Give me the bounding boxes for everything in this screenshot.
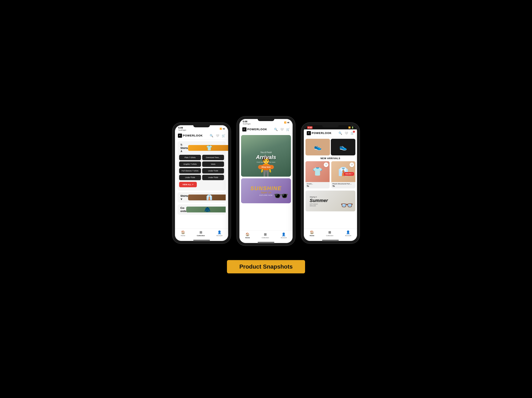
header-icons-1: 🔍 🤍 🛒 [210, 134, 225, 137]
under-999-btn[interactable]: Under ₹999 [202, 175, 224, 180]
view-all-container: VIEW ALL ↗ [179, 180, 224, 187]
summer-card-line2: Summer [310, 198, 328, 203]
full-sleeves-btn[interactable]: Full Sleeves T-shirts [179, 168, 201, 174]
shop-now-btn[interactable]: Shop Now [258, 165, 274, 169]
product-grid: 👕 🤍 Croch... ₹0 👔 [305, 161, 355, 189]
status-bar-left-2: 5:08 TestFlight [243, 120, 251, 125]
summer-card-cta: shop now [310, 204, 328, 206]
app-header-1: P POWERLOOK 🔍 🤍 🛒 [175, 132, 228, 140]
brand-name-3: POWERLOOK [312, 131, 332, 135]
banner-subtitle: Cool new pair in the town [241, 161, 291, 163]
wishlist-btn-2[interactable]: 🤍 [349, 163, 354, 167]
summer-card: Slaying in Summer ss24 season shop now 👓 [305, 191, 355, 211]
arrivals-content: 👟 👟 NEW ARRIVALS 👕 [304, 137, 357, 228]
home-indicator-3 [322, 240, 339, 241]
vests-btn[interactable]: Vests [202, 162, 224, 167]
brand-logo-1: P POWERLOOK [178, 134, 203, 138]
shoe-item-2: 👟 [331, 139, 355, 155]
phones-container: 5:09 TestFlight 📶 42 P POWERLOOK 🔍 🤍 🛒 [172, 121, 360, 246]
heart-icon-2[interactable]: 🤍 [280, 128, 284, 131]
phone-2: 5:08 TestFlight 📶 48 P POWERLOOK 🔍 🤍 🛒 [237, 117, 295, 246]
under-499-btn[interactable]: Under ₹499 [202, 168, 224, 174]
view-all-red-btn[interactable]: View All ↗ [344, 172, 354, 176]
product-figure-1: 👕 [312, 167, 323, 176]
shirts-title: Shirts ∨ [180, 194, 188, 201]
product-name-1: Croch... [307, 183, 328, 185]
shoe-emoji-1: 👟 [314, 143, 322, 151]
wifi-1: 📶 [220, 128, 222, 130]
product-price-1: ₹0 [307, 185, 328, 187]
phone-2-screen: 5:08 TestFlight 📶 48 P POWERLOOK 🔍 🤍 🛒 [239, 119, 293, 243]
phone-3: 3:10 📶 🔋 P POWERLOOK 🔍 🤍 🛒 [301, 123, 360, 243]
nav-collection-3[interactable]: ⊞ Collection [326, 230, 333, 236]
summer-card-person: 👓 [340, 199, 353, 211]
status-icons-1: 📶 42 [220, 128, 225, 130]
cart-icon-2[interactable]: 🛒 [286, 128, 290, 131]
tshirts-header[interactable]: T-Shirts ∧ 👕 [177, 141, 226, 155]
new-arrivals-section: 👟 👟 NEW ARRIVALS 👕 [304, 137, 357, 215]
section-title: NEW ARRIVALS [305, 157, 355, 160]
product-name-2: Peach Structured Full ... [332, 183, 354, 185]
summer-banner: SUNSHINE Sippin' On EXPLORE NOW 🕶️ [241, 178, 291, 203]
collection-content: T-Shirts ∧ 👕 Plain T-Shirts Oversized Te… [175, 140, 228, 228]
product-card-1: 👕 🤍 Croch... ₹0 [305, 161, 329, 189]
cart-icon-3[interactable]: 🛒 1 [351, 131, 354, 135]
battery-1: 42 [223, 128, 225, 130]
shoes-banner: 👟 👟 [305, 139, 355, 155]
app-header-3: P POWERLOOK 🔍 🤍 🛒 1 [304, 129, 357, 137]
shirts-category[interactable]: Shirts ∨ 👔 [177, 192, 226, 203]
view-all-btn[interactable]: VIEW ALL ↗ [179, 182, 197, 187]
coords-figure: 🧥 [204, 207, 210, 212]
search-icon-3[interactable]: 🔍 [339, 131, 342, 135]
notch-2 [258, 119, 274, 121]
carrier-1: TestFlight [178, 129, 186, 131]
banner-tagline: You & Fresh [241, 151, 291, 154]
heart-icon-3[interactable]: 🤍 [345, 131, 348, 135]
product-image-1: 👕 🤍 [305, 161, 329, 182]
plain-tshirts-btn[interactable]: Plain T-Shirts [179, 155, 201, 160]
bottom-nav-3: 🏠 Home ⊞ Collection 👤 Account [304, 228, 357, 239]
home-indicator-2 [258, 242, 274, 243]
status-icons-2: 📶 48 [284, 122, 289, 124]
summer-card-line1: Slaying in [310, 196, 328, 198]
nav-collection-1[interactable]: ⊞ Collection [197, 230, 205, 236]
wishlist-btn-1[interactable]: 🤍 [324, 163, 328, 167]
product-info-1: Croch... ₹0 [305, 182, 329, 189]
nav-home-2[interactable]: 🏠 Home [245, 232, 250, 239]
nav-account-1[interactable]: 👤 Account [216, 230, 222, 236]
cart-icon[interactable]: 🛒 [222, 134, 225, 137]
nav-home-3[interactable]: 🏠 Home [310, 230, 314, 236]
wifi-3: 📶 [348, 126, 351, 129]
bottom-nav-1: 🏠 Home ⊞ Collection 👤 Account [175, 228, 228, 239]
snapshots-label-text: Product Snapshots [239, 263, 293, 270]
heart-icon[interactable]: 🤍 [216, 134, 219, 137]
search-icon-2[interactable]: 🔍 [274, 128, 278, 131]
graphic-tshirts-btn[interactable]: Graphic T-shirts [179, 162, 201, 167]
nav-account-3[interactable]: 👤 Account [345, 230, 351, 236]
nav-collection-2[interactable]: ⊞ Collection [262, 232, 269, 239]
nav-account-2[interactable]: 👤 Account [281, 232, 287, 239]
under-599-btn[interactable]: Under ₹599 [179, 175, 201, 180]
arrivals-banner: 🧍 You & Fresh Arrivals Cool new pair in … [241, 135, 291, 177]
logo-icon-1: P [178, 134, 182, 138]
shirt-figure: 👔 [206, 195, 212, 200]
subcategory-grid: Plain T-Shirts Oversized Tees... Graphic… [179, 155, 224, 180]
nav-home-1[interactable]: 🏠 Home [181, 230, 185, 236]
logo-icon-2: P [242, 127, 247, 131]
header-icons-2: 🔍 🤍 🛒 [274, 128, 290, 131]
header-icons-3: 🔍 🤍 🛒 1 [339, 131, 354, 135]
notch-1 [193, 125, 210, 127]
coords-category[interactable]: Co-ords 🧥 [177, 204, 226, 215]
oversized-tees-btn[interactable]: Oversized Tees... [202, 155, 224, 160]
brand-logo-2: P POWERLOOK [242, 127, 267, 131]
view-all-card: View All ↗ [344, 172, 354, 176]
shirts-header: Shirts ∨ 👔 [177, 192, 226, 203]
collection-list: T-Shirts ∧ 👕 Plain T-Shirts Oversized Te… [175, 141, 228, 215]
status-bar-left-1: 5:09 TestFlight [178, 126, 186, 131]
battery-3: 🔋 [351, 126, 354, 129]
brand-name-2: POWERLOOK [247, 128, 267, 131]
shoe-emoji-2: 👟 [339, 143, 347, 151]
bottom-nav-2: 🏠 Home ⊞ Collection 👤 Account [239, 230, 293, 241]
coords-title: Co-ords [180, 206, 186, 213]
search-icon[interactable]: 🔍 [210, 134, 213, 137]
